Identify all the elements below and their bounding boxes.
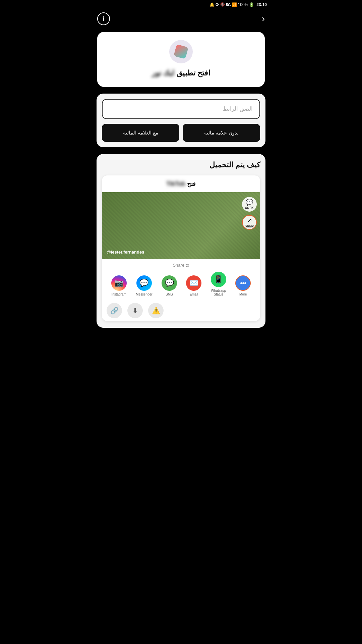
extra-icon-3[interactable]: ⚠️ [148, 303, 164, 318]
download-arrow-icon: ⬇ [132, 307, 138, 315]
notification-icon: 🔔 [209, 2, 215, 7]
battery-icon: 🔋 [249, 2, 254, 7]
extra-icons-row: 🔗 ⬇ ⚠️ [102, 301, 260, 321]
tiktok-demo-card: فتح TikTok @lester.fernandes 💬 44.0K ↗ S… [102, 175, 260, 321]
share-sms[interactable]: 💬 SMS [162, 275, 177, 296]
share-to-title: Share to [107, 263, 255, 268]
instagram-label: Instagram [111, 292, 126, 296]
whatsapp-icon: 📱 [211, 272, 226, 287]
share-more[interactable]: ••• More [235, 275, 251, 296]
with-watermark-button[interactable]: مع العلامة المائية [102, 124, 179, 142]
warning-icon: ⚠️ [152, 307, 160, 315]
info-icon: i [103, 15, 104, 22]
download-section: مع العلامة المائية بدون علامة مائية [97, 94, 265, 147]
share-icons-row: 📷 Instagram 💬 Messenger 💬 SMS [107, 272, 255, 296]
comment-button[interactable]: 💬 44.0K [242, 197, 257, 212]
download-buttons-row: مع العلامة المائية بدون علامة مائية [102, 124, 260, 142]
share-label: Share [245, 224, 254, 228]
app-open-card: افتح تطبيق لبك نور [97, 32, 265, 87]
arrow-right-icon: › [262, 13, 265, 24]
signal-bars: 📶 [232, 2, 237, 7]
share-messenger[interactable]: 💬 Messenger [136, 275, 152, 296]
share-whatsapp[interactable]: 📱 WhatsappStatus [211, 272, 226, 296]
paste-link-input[interactable] [105, 101, 257, 117]
share-email[interactable]: ✉️ Email [186, 275, 201, 296]
messenger-icon: 💬 [136, 275, 152, 291]
next-arrow-button[interactable]: › [262, 13, 265, 24]
tiktok-brand-blurred: TikTok [166, 180, 185, 187]
mute-icon: 🔇 [220, 2, 225, 7]
more-icon: ••• [235, 275, 251, 291]
time-display: 23:10 [256, 2, 267, 7]
status-icons: 🔔 ⟳ 🔇 5G 📶 100% 🔋 23:10 [209, 2, 267, 7]
paste-input-wrapper [102, 99, 260, 119]
tiktok-username: @lester.fernandes [107, 250, 144, 255]
share-icon: ↗ [247, 217, 252, 224]
share-button-highlighted[interactable]: ↗ Share [242, 215, 257, 230]
more-label: More [239, 292, 247, 296]
avatar [169, 40, 193, 63]
messenger-label: Messenger [136, 292, 152, 296]
how-to-title: كيف يتم التحميل [102, 161, 260, 169]
email-label: Email [190, 292, 198, 296]
share-to-section: Share to 📷 Instagram 💬 Messenger [102, 259, 260, 301]
app-name-blurred: لبك نور [152, 69, 174, 77]
network-icon: 5G [226, 3, 231, 7]
avatar-inner [174, 44, 188, 59]
comment-count: 44.0K [245, 206, 254, 210]
tiktok-demo-header: فتح TikTok [102, 175, 260, 192]
more-dots-icon: ••• [240, 279, 246, 287]
video-texture [102, 192, 260, 259]
extra-icon-1[interactable]: 🔗 [107, 303, 122, 318]
top-navigation: i › [90, 9, 272, 32]
info-button[interactable]: i [97, 12, 110, 25]
battery-percent: 100% [238, 2, 248, 7]
open-app-label: افتح تطبيق لبك نور [152, 69, 210, 77]
without-watermark-button[interactable]: بدون علامة مائية [183, 124, 260, 142]
email-icon: ✉️ [186, 275, 201, 291]
sms-label: SMS [166, 292, 173, 296]
tiktok-video-preview: @lester.fernandes 💬 44.0K ↗ Share [102, 192, 260, 259]
how-to-download-section: كيف يتم التحميل فتح TikTok @lester.ferna… [97, 154, 265, 328]
instagram-icon: 📷 [111, 275, 127, 291]
link-icon: 🔗 [110, 307, 119, 315]
share-instagram[interactable]: 📷 Instagram [111, 275, 127, 296]
status-bar: 🔔 ⟳ 🔇 5G 📶 100% 🔋 23:10 [90, 0, 272, 9]
tiktok-action-buttons: 💬 44.0K ↗ Share [242, 197, 257, 230]
extra-icon-2[interactable]: ⬇ [127, 303, 143, 318]
whatsapp-label: WhatsappStatus [211, 289, 226, 296]
sms-icon: 💬 [162, 275, 177, 291]
comment-icon: 💬 [246, 199, 253, 206]
sync-icon: ⟳ [216, 2, 219, 7]
